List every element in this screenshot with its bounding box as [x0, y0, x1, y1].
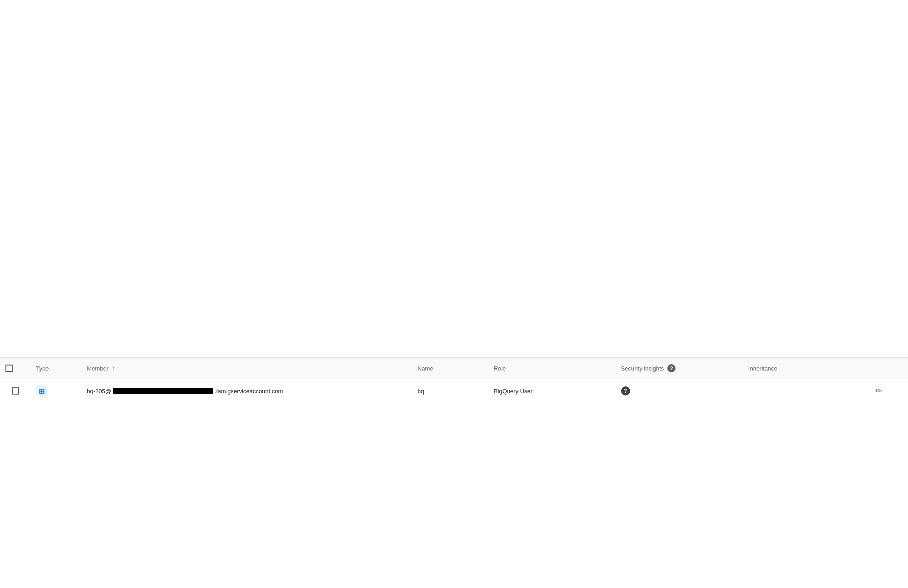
- table-row: ⊞ bq-205@.iam.gserviceaccount.com bq Big…: [0, 379, 908, 403]
- header-security-insights-label: Security insights: [621, 365, 664, 372]
- header-actions: [870, 358, 908, 379]
- header-inheritance-label: Inheritance: [748, 365, 777, 372]
- header-inheritance: Inheritance: [743, 358, 870, 379]
- page-container: Type Member ↑ Name Role: [0, 0, 908, 588]
- header-role-label: Role: [494, 365, 506, 372]
- row-name-cell: bq: [412, 379, 489, 403]
- header-member-label: Member: [87, 365, 109, 372]
- member-email-suffix: .iam.gserviceaccount.com: [215, 388, 283, 395]
- member-email: bq-205@.iam.gserviceaccount.com: [87, 388, 283, 395]
- table-header-row: Type Member ↑ Name Role: [0, 358, 908, 379]
- header-name: Name: [412, 358, 489, 379]
- row-checkbox[interactable]: [12, 387, 19, 395]
- security-insights-help-icon[interactable]: ?: [667, 364, 676, 372]
- row-type-cell: ⊞: [30, 379, 81, 403]
- service-account-icon: ⊞: [36, 385, 47, 396]
- sort-ascending-icon[interactable]: ↑: [112, 365, 115, 371]
- redacted-email-segment: [113, 388, 213, 394]
- row-security-help-icon[interactable]: ?: [621, 386, 630, 395]
- member-role: BigQuery User: [494, 388, 533, 395]
- header-security-insights: Security insights ?: [616, 358, 743, 379]
- member-name: bq: [418, 388, 424, 395]
- header-type-label: Type: [36, 365, 49, 372]
- member-email-prefix: bq-205@: [87, 388, 111, 395]
- header-name-label: Name: [418, 365, 434, 372]
- iam-table: Type Member ↑ Name Role: [0, 357, 908, 403]
- header-checkbox-cell: [0, 358, 30, 379]
- row-role-cell: BigQuery User: [489, 379, 616, 403]
- row-inheritance-cell: [743, 379, 870, 403]
- row-actions-cell: ✏: [870, 379, 908, 403]
- row-checkbox-cell: [0, 379, 30, 403]
- header-checkbox[interactable]: [5, 365, 13, 372]
- header-member: Member ↑: [81, 358, 412, 379]
- table-section: Type Member ↑ Name Role: [0, 357, 908, 403]
- header-role: Role: [489, 358, 616, 379]
- header-type: Type: [30, 358, 81, 379]
- row-security-cell: ?: [616, 379, 743, 403]
- edit-icon[interactable]: ✏: [875, 386, 882, 396]
- row-member-cell: bq-205@.iam.gserviceaccount.com: [81, 379, 412, 403]
